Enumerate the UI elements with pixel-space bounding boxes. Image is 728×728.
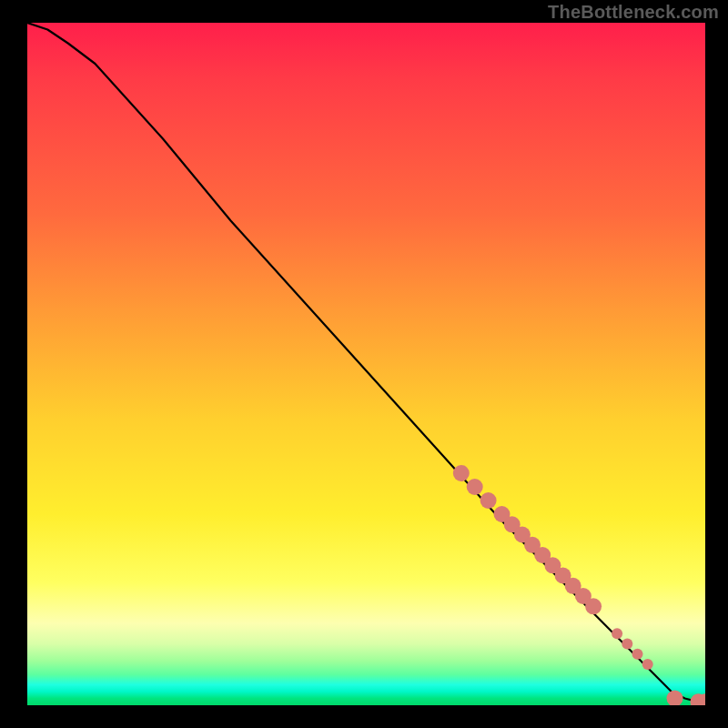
chart-stage: TheBottleneck.com	[0, 0, 728, 728]
data-points-group	[453, 465, 705, 705]
curve-svg	[27, 23, 705, 705]
data-point	[642, 659, 653, 670]
data-point	[467, 479, 483, 495]
data-point	[453, 465, 470, 481]
data-point	[612, 628, 622, 639]
data-point	[622, 639, 632, 650]
bottleneck-curve-line	[27, 23, 705, 702]
data-point	[632, 649, 643, 660]
plot-area	[27, 23, 705, 705]
data-point	[667, 691, 683, 706]
data-point	[585, 598, 602, 614]
data-point	[480, 492, 497, 509]
watermark-text: TheBottleneck.com	[548, 2, 719, 23]
